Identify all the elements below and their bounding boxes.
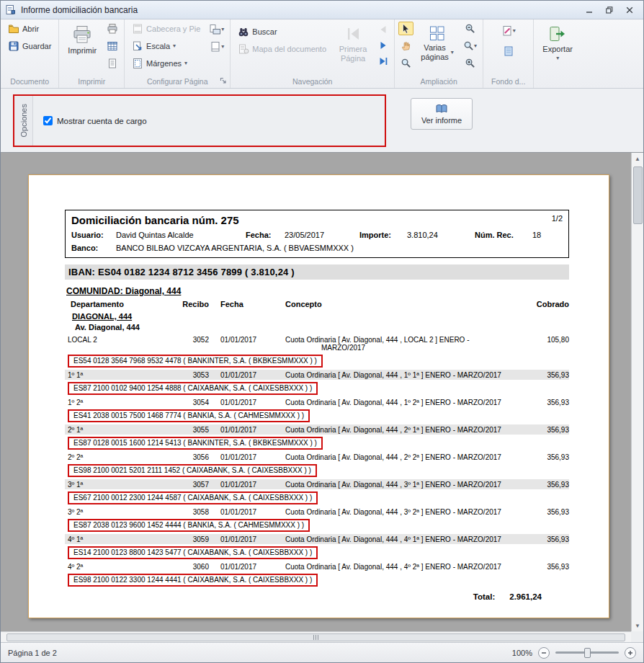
buscar-button[interactable]: Buscar: [234, 25, 330, 39]
chevron-down-icon: ▾: [513, 28, 516, 34]
ribbon-group-ampliacion: Varias páginas▾ ▾ Ampliación: [395, 19, 483, 88]
window-title: Informe domiciliación bancaria: [21, 5, 138, 15]
table-row: 4º 1ª 3059 01/01/2017 Cuota Ordinaria [ …: [65, 534, 569, 559]
binoculars-icon: [238, 26, 249, 37]
restore-button[interactable]: [604, 5, 614, 15]
zoom-in-slider-button[interactable]: [625, 647, 636, 659]
row-recibo: 3058: [166, 508, 209, 516]
iban-highlight-box: ES87 0128 0015 1600 1214 5413 ( BANKINTE…: [68, 437, 323, 450]
importe-label: Importe:: [359, 231, 407, 239]
mapa-documento-button[interactable]: Mapa del documento: [234, 42, 330, 56]
col-departamento: Departamento: [65, 300, 166, 308]
cabecera-pie-button[interactable]: Cabecera y Pie: [128, 22, 204, 36]
ribbon-group-exportar: Exportar ▾: [534, 19, 581, 88]
app-window: Informe domiciliación bancaria Abrir Gua…: [0, 0, 644, 663]
preview-area[interactable]: Domiciliación bancaria núm. 275 1/2 Usua…: [1, 152, 643, 642]
row-concepto: Cuota Ordinaria [ Av. Diagonal, 444 , 2º…: [279, 426, 517, 434]
horizontal-scrollbar[interactable]: [1, 631, 631, 642]
row-concepto: Cuota Ordinaria [ Av. Diagonal, 444 , 1º…: [279, 371, 517, 379]
titlebar[interactable]: Informe domiciliación bancaria: [1, 1, 643, 19]
close-button[interactable]: [625, 5, 635, 15]
zoom-tool-button[interactable]: [398, 56, 413, 70]
exportar-button[interactable]: Exportar ▾: [537, 22, 578, 63]
zoom-slider-thumb[interactable]: [584, 648, 591, 658]
document-map-icon: [238, 43, 249, 55]
row-fecha: 01/01/2017: [209, 481, 279, 489]
paper-size-dropdown-button[interactable]: ▾: [207, 40, 226, 54]
row-recibo: 3055: [166, 426, 209, 434]
save-disk-icon: [8, 40, 19, 52]
magnifier-icon: [401, 58, 411, 68]
imprimir-button[interactable]: Imprimir: [63, 22, 102, 57]
group-label-configurar-pagina: Configurar Página: [128, 76, 226, 88]
report-book-icon: [435, 104, 448, 115]
table-row: 1º 2ª 3054 01/01/2017 Cuota Ordinaria [ …: [65, 397, 569, 422]
ver-informe-button[interactable]: Ver informe: [411, 98, 473, 130]
iban-highlight-box: ES98 2100 0021 5201 2111 1452 ( CAIXABAN…: [68, 464, 317, 477]
first-page-icon: [344, 25, 362, 43]
group-label-ampliacion: Ampliación: [398, 76, 479, 88]
group-heading-av-diagonal: Av. Diagonal, 444: [65, 323, 569, 332]
printer-icon: [72, 25, 92, 45]
zoom-slider[interactable]: [555, 648, 619, 658]
row-concepto: Cuota Ordinaria [ Av. Diagonal, 444 , 1º…: [279, 399, 517, 406]
row-cobrado: 356,93: [517, 535, 569, 543]
row-fecha: 01/01/2017: [209, 453, 279, 461]
horizontal-scroll-thumb[interactable]: [6, 633, 625, 641]
zoom-out-button[interactable]: [461, 22, 479, 35]
ribbon-group-documento: Abrir Guardar Documento: [1, 19, 59, 88]
row-fecha: 01/01/2017: [209, 399, 279, 406]
margenes-label: Márgenes: [146, 59, 182, 68]
print-grid-button[interactable]: [104, 39, 120, 53]
next-page-button[interactable]: [376, 40, 390, 51]
table-row: 4º 2ª 3060 01/01/2017 Cuota Ordinaria [ …: [65, 561, 569, 587]
varias-paginas-button[interactable]: Varias páginas▾: [416, 22, 458, 63]
page-copy-button[interactable]: [104, 56, 120, 71]
paper-size-icon: [209, 41, 221, 53]
hand-tool-button[interactable]: [398, 39, 413, 53]
vertical-scroll-thumb[interactable]: [633, 166, 643, 224]
margins-icon: [132, 58, 143, 69]
background-color-button[interactable]: [499, 44, 518, 58]
last-page-icon: [378, 57, 388, 66]
guardar-button[interactable]: Guardar: [4, 39, 55, 53]
scroll-up-icon[interactable]: ▲: [632, 153, 643, 164]
margenes-button[interactable]: Márgenes ▾: [128, 56, 204, 71]
scroll-down-icon[interactable]: ▼: [632, 620, 643, 631]
statusbar: Página 1 de 2 100%: [1, 642, 643, 662]
mostrar-cuenta-label: Mostrar cuenta de cargo: [57, 117, 147, 125]
header-footer-icon: [132, 23, 143, 35]
row-departamento: 1º 1ª: [65, 371, 166, 379]
orientation-dropdown-button[interactable]: ▾: [207, 22, 226, 37]
zoom-dropdown-button[interactable]: ▾: [461, 39, 479, 53]
abrir-button[interactable]: Abrir: [4, 22, 55, 36]
zoom-in-button[interactable]: [461, 56, 479, 70]
iban-summary-bar: IBAN: ES04 0182 1234 8712 3456 7899 ( 3.…: [65, 264, 569, 280]
last-page-button[interactable]: [376, 55, 390, 67]
row-cobrado: 356,93: [517, 453, 569, 461]
page-indicator: Página 1 de 2: [8, 649, 57, 657]
prev-page-button[interactable]: [376, 24, 390, 35]
dialog-launcher-icon[interactable]: [219, 76, 228, 85]
escala-button[interactable]: Escala ▾: [128, 39, 204, 53]
mostrar-cuenta-checkbox[interactable]: [43, 116, 53, 125]
row-cobrado: 356,93: [517, 426, 569, 434]
table-rows: LOCAL 2 3052 01/01/2017 Cuota Ordinaria …: [65, 334, 569, 587]
quick-print-button[interactable]: [104, 22, 120, 36]
escala-label: Escala: [146, 42, 170, 50]
total-value: 2.961,24: [509, 592, 542, 601]
fecha-label: Fecha:: [246, 231, 285, 239]
row-cobrado: 356,93: [517, 399, 569, 406]
minimize-button[interactable]: [584, 5, 594, 15]
watermark-dropdown-button[interactable]: ▾: [499, 24, 518, 38]
chevron-down-icon: ▾: [474, 43, 477, 49]
row-fecha: 01/01/2017: [209, 426, 279, 434]
vertical-scrollbar[interactable]: ▲ ▼: [631, 153, 643, 631]
pointer-tool-button[interactable]: [398, 22, 413, 35]
iban-highlight-box: ES87 2100 0102 9400 1254 4888 ( CAIXABAN…: [68, 382, 318, 395]
options-strip: Opciones Mostrar cuenta de cargo Ver inf…: [1, 89, 643, 152]
row-concepto: Cuota Ordinaria [ Av. Diagonal, 444 , LO…: [279, 336, 517, 352]
prev-page-icon: [378, 25, 388, 34]
zoom-out-slider-button[interactable]: [538, 647, 550, 659]
primera-pagina-button[interactable]: Primera Página: [333, 22, 373, 64]
